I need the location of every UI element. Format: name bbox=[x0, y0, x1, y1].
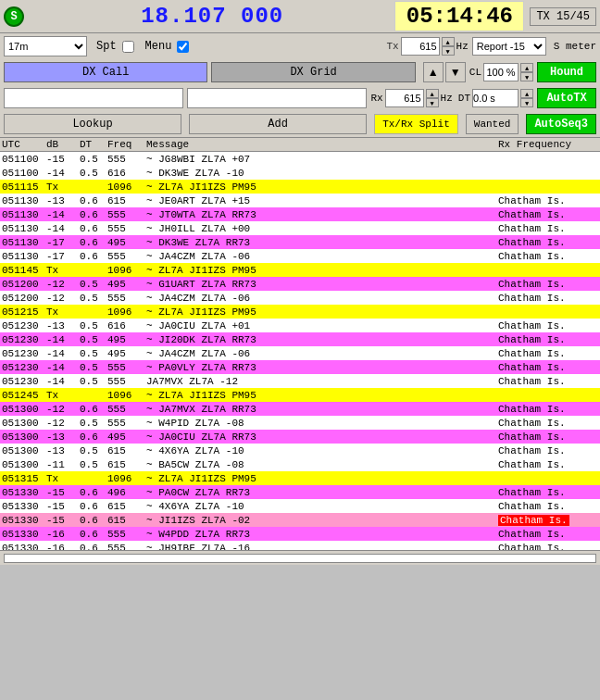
table-row[interactable]: 051130-170.6555~ JA4CZM ZL7A -06Chatham … bbox=[0, 249, 600, 263]
table-row[interactable]: 051200-120.5555~ JA4CZM ZL7A -06Chatham … bbox=[0, 291, 600, 305]
table-row[interactable]: 051145Tx1096~ ZL7A JI1IZS PM95 bbox=[0, 263, 600, 277]
table-row[interactable]: 051330-160.6555~ W4PDD ZL7A RR73Chatham … bbox=[0, 527, 600, 541]
table-row[interactable]: 051300-110.5615~ BA5CW ZL7A -08Chatham I… bbox=[0, 457, 600, 471]
table-row[interactable]: 051300-120.5555~ W4PID ZL7A -08Chatham I… bbox=[0, 416, 600, 430]
rx-hz-spinner[interactable]: ▲▼ bbox=[426, 89, 439, 107]
cell-freq: 555 bbox=[107, 404, 146, 415]
frequency-display: 18.107 000 bbox=[30, 4, 394, 29]
table-row[interactable]: 051230-140.5495~ JA4CZM ZL7A -06Chatham … bbox=[0, 346, 600, 360]
autotx-button[interactable]: AutoTX bbox=[537, 88, 596, 108]
add-button[interactable]: Add bbox=[189, 114, 367, 134]
table-row[interactable]: 051130-140.6555~ JH0ILL ZL7A +00Chatham … bbox=[0, 221, 600, 235]
cell-dt: 0.5 bbox=[80, 334, 107, 345]
cell-freq: 615 bbox=[107, 459, 146, 470]
cell-db: -12 bbox=[46, 404, 80, 415]
table-row[interactable]: 051330-150.6615~ JI1IZS ZL7A -02Chatham … bbox=[0, 513, 600, 527]
autoseq3-button[interactable]: AutoSeq3 bbox=[526, 114, 596, 134]
lookup-button[interactable]: Lookup bbox=[4, 114, 181, 134]
tx-hz-input[interactable] bbox=[401, 37, 440, 56]
cell-message: ~ JA0CIU ZL7A RR73 bbox=[146, 431, 498, 443]
dt-input[interactable] bbox=[472, 89, 519, 107]
report-select[interactable]: Report -15 Report -10 Report -5 Report +… bbox=[472, 37, 546, 56]
table-row[interactable]: 051230-140.5495~ JI20DK ZL7A RR73Chatham… bbox=[0, 332, 600, 346]
table-row[interactable]: 051130-140.6555~ JT0WTA ZL7A RR73Chatham… bbox=[0, 207, 600, 221]
cell-rxfreq: Chatham Is. bbox=[498, 487, 600, 498]
cell-db: -13 bbox=[46, 445, 80, 456]
dx-grid-input[interactable] bbox=[187, 88, 367, 108]
s-button[interactable]: S bbox=[4, 6, 24, 27]
table-row[interactable]: 051315Tx1096~ ZL7A JI1IZS PM95 bbox=[0, 471, 600, 485]
cell-db: -11 bbox=[46, 459, 80, 470]
cell-message: ~ ZL7A JI1IZS PM95 bbox=[146, 473, 498, 484]
table-row[interactable]: 051100-140.5616~ DK3WE ZL7A -10 bbox=[0, 166, 600, 180]
txrx-split-button[interactable]: Tx/Rx Split bbox=[374, 114, 458, 134]
cell-dt: 0.5 bbox=[80, 293, 107, 304]
rx-hz-input[interactable] bbox=[385, 89, 424, 107]
table-row[interactable]: 051230-140.5555~ PA0VLY ZL7A RR73Chatham… bbox=[0, 360, 600, 374]
cell-message: ~ ZL7A JI1IZS PM95 bbox=[146, 265, 498, 276]
message-list[interactable]: 051100-150.5555~ JG8WBI ZL7A +07051100-1… bbox=[0, 152, 600, 550]
arrow-down-button[interactable]: ▼ bbox=[445, 62, 466, 82]
arrow-up-button[interactable]: ▲ bbox=[423, 62, 444, 82]
dx-call-button[interactable]: DX Call bbox=[4, 62, 207, 82]
wanted-button[interactable]: Wanted bbox=[466, 114, 519, 134]
table-row[interactable]: 051330-160.6555~ JH9IBF ZL7A -16Chatham … bbox=[0, 541, 600, 550]
cell-freq: 495 bbox=[107, 431, 146, 443]
cell-utc: 051300 bbox=[0, 459, 46, 470]
horizontal-scrollbar[interactable] bbox=[4, 554, 596, 563]
cell-freq: 615 bbox=[107, 445, 146, 456]
spt-checkbox[interactable] bbox=[122, 41, 134, 53]
col-header-utc: UTC bbox=[0, 139, 46, 150]
tx-hz-spinner[interactable]: ▲▼ bbox=[442, 37, 455, 56]
arrow-group: ▲ ▼ bbox=[423, 62, 466, 82]
table-row[interactable]: 051300-120.6555~ JA7MVX ZL7A RR73Chatham… bbox=[0, 402, 600, 416]
cell-utc: 051300 bbox=[0, 431, 46, 443]
cl-percent-input[interactable] bbox=[483, 63, 519, 81]
cell-rxfreq: Chatham Is. bbox=[498, 404, 600, 415]
table-row[interactable]: 051330-150.6615~ 4X6YA ZL7A -10Chatham I… bbox=[0, 499, 600, 513]
cell-message: ~ JH9IBF ZL7A -16 bbox=[146, 543, 498, 551]
table-row[interactable]: 051130-170.6495~ DK3WE ZL7A RR73Chatham … bbox=[0, 235, 600, 249]
cell-db: -15 bbox=[46, 501, 80, 512]
table-row[interactable]: 051130-130.6615~ JE0ART ZL7A +15Chatham … bbox=[0, 194, 600, 207]
table-row[interactable]: 051230-130.5616~ JA0CIU ZL7A +01Chatham … bbox=[0, 319, 600, 332]
table-row[interactable]: 051300-130.6495~ JA0CIU ZL7A RR73Chatham… bbox=[0, 430, 600, 444]
cell-rxfreq: Chatham Is. bbox=[498, 376, 600, 387]
cell-utc: 051200 bbox=[0, 279, 46, 290]
band-select[interactable]: 17m 10m 15m 20m 40m bbox=[4, 36, 87, 56]
table-row[interactable]: 051115Tx1096~ ZL7A JI1IZS PM95 bbox=[0, 180, 600, 194]
cell-rxfreq: Chatham Is. bbox=[498, 515, 600, 526]
cell-message: ~ JG8WBI ZL7A +07 bbox=[146, 154, 498, 165]
cell-message: ~ ZL7A JI1IZS PM95 bbox=[146, 306, 498, 318]
cell-db: -17 bbox=[46, 251, 80, 262]
cell-rxfreq: Chatham Is. bbox=[498, 501, 600, 512]
cell-utc: 051230 bbox=[0, 348, 46, 359]
hound-button[interactable]: Hound bbox=[537, 62, 596, 82]
table-row[interactable]: 051100-150.5555~ JG8WBI ZL7A +07 bbox=[0, 152, 600, 166]
table-row[interactable]: 051215Tx1096~ ZL7A JI1IZS PM95 bbox=[0, 305, 600, 319]
dx-call-input[interactable] bbox=[4, 88, 183, 108]
table-row[interactable]: 051330-150.6496~ PA0CW ZL7A RR73Chatham … bbox=[0, 485, 600, 499]
dx-grid-button[interactable]: DX Grid bbox=[211, 62, 415, 82]
cell-db: Tx bbox=[46, 306, 80, 318]
cell-message: ~ JA0CIU ZL7A +01 bbox=[146, 320, 498, 331]
dt-spinner[interactable]: ▲▼ bbox=[520, 89, 533, 107]
cell-message: ~ JI20DK ZL7A RR73 bbox=[146, 334, 498, 345]
col-header-dt: DT bbox=[80, 139, 107, 150]
col-header-message: Message bbox=[146, 139, 498, 150]
cell-message: ~ PA0CW ZL7A RR73 bbox=[146, 487, 498, 498]
menu-checkbox[interactable] bbox=[177, 41, 189, 53]
table-row[interactable]: 051200-120.5495~ G1UART ZL7A RR73Chatham… bbox=[0, 277, 600, 291]
table-row[interactable]: 051300-130.5615~ 4X6YA ZL7A -10Chatham I… bbox=[0, 444, 600, 457]
table-row[interactable]: 051230-140.5555JA7MVX ZL7A -12Chatham Is… bbox=[0, 374, 600, 388]
rx-label: Rx bbox=[370, 93, 382, 104]
table-row[interactable]: 051245Tx1096~ ZL7A JI1IZS PM95 bbox=[0, 388, 600, 402]
cell-message: ~ JA7MVX ZL7A RR73 bbox=[146, 404, 498, 415]
cl-spinner[interactable]: ▲▼ bbox=[520, 63, 533, 81]
tx-hz-unit: Hz bbox=[456, 41, 469, 52]
cell-freq: 1096 bbox=[107, 473, 146, 484]
cell-utc: 051315 bbox=[0, 473, 46, 484]
cell-utc: 051245 bbox=[0, 390, 46, 401]
cell-message: ~ JA4CZM ZL7A -06 bbox=[146, 348, 498, 359]
cell-db: -13 bbox=[46, 320, 80, 331]
